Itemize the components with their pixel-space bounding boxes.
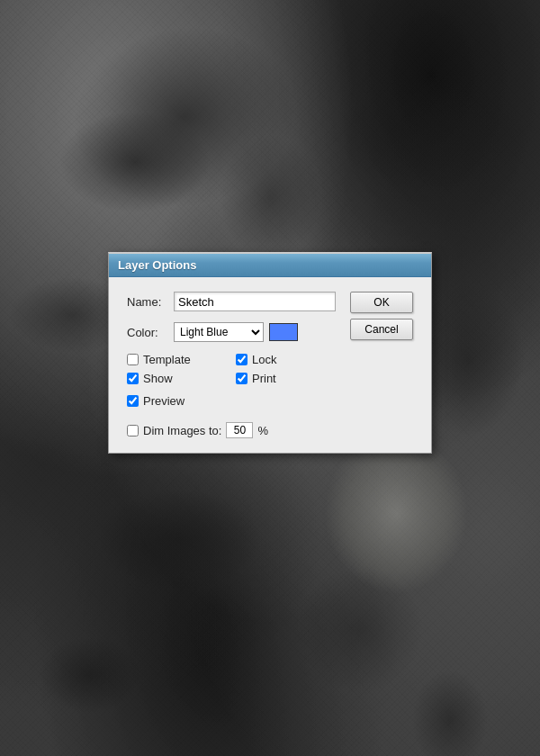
dialog-body: Name: Color: Light Blue None Red Orange <box>109 277 431 453</box>
print-checkbox[interactable] <box>236 373 248 384</box>
show-checkbox[interactable] <box>127 373 139 384</box>
lock-checkbox[interactable] <box>236 354 248 365</box>
preview-label: Preview <box>143 394 184 408</box>
print-label: Print <box>252 372 276 385</box>
color-controls: Light Blue None Red Orange Yellow Green … <box>174 322 298 342</box>
dim-checkbox[interactable] <box>127 425 139 436</box>
dim-unit: % <box>257 424 268 437</box>
preview-checkbox-label[interactable]: Preview <box>127 394 184 408</box>
checkboxes-area: Template Lock Show Print <box>127 353 336 385</box>
color-select[interactable]: Light Blue None Red Orange Yellow Green … <box>174 322 264 342</box>
template-checkbox-label[interactable]: Template <box>127 353 227 366</box>
layer-options-dialog: Layer Options Name: Color: <box>108 252 432 454</box>
dim-value-input[interactable] <box>226 422 253 438</box>
name-label: Name: <box>127 295 174 309</box>
template-checkbox[interactable] <box>127 354 139 365</box>
print-checkbox-label[interactable]: Print <box>236 372 336 385</box>
name-row: Name: <box>127 292 336 311</box>
color-swatch[interactable] <box>269 323 298 341</box>
preview-checkbox[interactable] <box>127 395 139 407</box>
template-label: Template <box>143 353 191 366</box>
dialog-title: Layer Options <box>118 258 196 272</box>
color-label: Color: <box>127 326 174 339</box>
name-input[interactable] <box>174 292 336 311</box>
ok-button[interactable]: OK <box>350 292 413 313</box>
show-label: Show <box>143 372 173 385</box>
bottom-row: Preview Dim Images to: % <box>127 394 336 438</box>
cancel-button[interactable]: Cancel <box>350 319 413 340</box>
lock-label: Lock <box>252 353 276 366</box>
color-row: Color: Light Blue None Red Orange Yellow… <box>127 322 336 342</box>
show-checkbox-label[interactable]: Show <box>127 372 227 385</box>
dialog-titlebar: Layer Options <box>109 254 431 277</box>
dim-row: Dim Images to: % <box>127 422 268 438</box>
dialog-buttons: OK Cancel <box>350 292 413 340</box>
lock-checkbox-label[interactable]: Lock <box>236 353 336 366</box>
dim-label: Dim Images to: <box>143 424 221 437</box>
dialog-overlay: Layer Options Name: Color: <box>0 0 540 756</box>
main-content-row: Name: Color: Light Blue None Red Orange <box>127 292 413 438</box>
fields-area: Name: Color: Light Blue None Red Orange <box>127 292 336 438</box>
